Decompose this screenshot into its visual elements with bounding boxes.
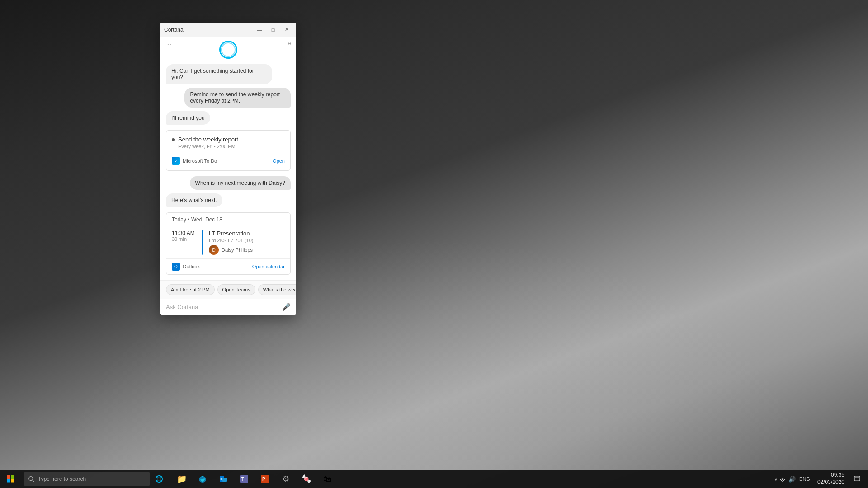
tray-time: 09:35 [817, 472, 844, 479]
suggestion-chip-2[interactable]: Open Teams [217, 284, 255, 295]
calendar-app-name: Outlook [183, 264, 200, 269]
hi-label: Hi [288, 41, 292, 46]
svg-text:O: O [220, 478, 222, 480]
tray-icons: 🔊 [779, 475, 796, 483]
taskbar-cortana-button[interactable] [150, 470, 168, 488]
attendee-avatar: D [209, 245, 219, 255]
taskbar-app-edge[interactable] [193, 470, 212, 488]
volume-icon: 🔊 [788, 476, 796, 483]
reminder-card-footer: ✓ Microsoft To Do Open [172, 153, 285, 165]
reminder-bullet [172, 138, 175, 141]
cortana-window: Cortana — □ ✕ ··· Hi Hi. Can I get somet… [160, 23, 296, 315]
calendar-card-footer: O Outlook Open calendar [166, 258, 290, 274]
quick-suggestions: Am I free at 2 PM Open Teams What's the … [160, 280, 296, 299]
taskbar-search-input[interactable] [38, 476, 137, 482]
reminder-app-info: ✓ Microsoft To Do [172, 157, 217, 165]
notification-center-button[interactable] [850, 470, 864, 488]
svg-rect-2 [7, 479, 10, 483]
taskbar-app-store[interactable]: 🛍 [317, 470, 337, 488]
reminder-app-name: Microsoft To Do [183, 158, 217, 164]
search-icon [28, 476, 34, 482]
svg-rect-1 [11, 475, 14, 479]
close-button[interactable]: ✕ [281, 24, 292, 36]
svg-rect-18 [854, 476, 860, 481]
event-location: Ltd 2KS L7 701 (10) [209, 238, 285, 243]
microphone-button[interactable]: 🎤 [282, 303, 291, 311]
desktop-background [0, 199, 868, 470]
notification-icon [854, 476, 860, 482]
powerpoint-icon: P [260, 474, 269, 483]
event-color-bar [202, 230, 203, 255]
taskbar-app-powerpoint[interactable]: P [255, 470, 275, 488]
cortana-body: ··· Hi Hi. Can I get something started f… [160, 37, 296, 315]
cortana-greeting-bubble: Hi. Can I get something started for you? [166, 64, 272, 84]
tray-expand-arrow[interactable]: ∧ [774, 477, 778, 482]
cortana-taskbar-icon [155, 475, 163, 483]
menu-dots-button[interactable]: ··· [164, 41, 173, 49]
taskbar-search[interactable] [24, 472, 150, 486]
taskbar: 📁 O T [0, 470, 868, 488]
cortana-reply-1: I'll remind you [166, 111, 210, 125]
svg-point-4 [29, 477, 33, 481]
calendar-card: Today • Wed, Dec 18 11:30 AM 30 min LT P… [166, 212, 291, 275]
svg-text:T: T [241, 477, 244, 482]
start-button[interactable] [0, 470, 22, 488]
calendar-date-header: Today • Wed, Dec 18 [166, 213, 290, 226]
tray-clock[interactable]: 09:35 02/03/2020 [814, 472, 848, 486]
svg-point-17 [782, 481, 783, 482]
calendar-app-info: O Outlook [172, 263, 200, 271]
window-controls: — □ ✕ [254, 24, 292, 36]
svg-line-5 [33, 480, 34, 482]
reminder-card: Send the weekly report Every week, Fri •… [166, 130, 291, 171]
taskbar-app-settings[interactable]: ⚙ [276, 470, 296, 488]
taskbar-app-candy[interactable]: 🍬 [297, 470, 316, 488]
chat-area[interactable]: Hi. Can I get something started for you?… [160, 61, 296, 280]
outlook-icon: O [172, 263, 180, 271]
svg-text:P: P [262, 477, 265, 482]
calendar-event: 11:30 AM 30 min LT Presentation Ltd 2KS … [166, 226, 290, 258]
taskbar-app-file-explorer[interactable]: 📁 [172, 470, 192, 488]
taskbar-apps: 📁 O T [172, 470, 337, 488]
cortana-input[interactable] [166, 304, 278, 310]
suggestion-chip-3[interactable]: What's the weath... [258, 284, 296, 295]
event-time-col: 11:30 AM 30 min [172, 230, 197, 255]
cortana-titlebar: Cortana — □ ✕ [160, 23, 296, 37]
svg-point-7 [157, 477, 161, 481]
event-title: LT Presentation [209, 230, 285, 237]
reminder-task: Send the weekly report [178, 136, 238, 143]
taskbar-app-outlook[interactable]: O [213, 470, 233, 488]
maximize-button[interactable]: □ [267, 24, 279, 36]
reminder-item: Send the weekly report Every week, Fri •… [172, 136, 285, 149]
svg-rect-0 [7, 475, 10, 479]
edge-icon [198, 474, 207, 483]
ms-todo-icon: ✓ [172, 157, 180, 165]
event-duration: 30 min [172, 236, 197, 242]
event-time: 11:30 AM [172, 230, 197, 236]
cortana-input-area: 🎤 [160, 299, 296, 315]
desktop: Cortana — □ ✕ ··· Hi Hi. Can I get somet… [0, 0, 868, 488]
svg-rect-11 [222, 478, 227, 482]
open-calendar-link[interactable]: Open calendar [252, 264, 285, 269]
cortana-window-title: Cortana [164, 27, 184, 33]
tray-language[interactable]: ENG [799, 476, 810, 482]
user-message-1: Remind me to send the weekly report ever… [184, 88, 291, 108]
cortana-reply-2: Here's what's next. [166, 193, 222, 207]
windows-logo-icon [7, 475, 14, 483]
suggestion-chip-1[interactable]: Am I free at 2 PM [166, 284, 215, 295]
event-attendee: D Daisy Philipps [209, 245, 285, 255]
outlook-taskbar-icon: O [219, 474, 228, 483]
user-message-2: When is my next meeting with Daisy? [190, 176, 291, 190]
taskbar-app-teams[interactable]: T [234, 470, 254, 488]
event-details: LT Presentation Ltd 2KS L7 701 (10) D Da… [209, 230, 285, 255]
taskbar-tray: ∧ 🔊 ENG 09:35 02/03/2020 [774, 470, 868, 488]
cortana-header: ··· Hi [160, 37, 296, 61]
teams-icon: T [240, 474, 249, 483]
cortana-circle-icon [219, 41, 237, 59]
attendee-name: Daisy Philipps [222, 247, 253, 253]
tray-date: 02/03/2020 [817, 479, 844, 486]
network-icon [779, 475, 786, 483]
svg-rect-3 [11, 479, 14, 483]
reminder-schedule: Every week, Fri • 2:00 PM [178, 144, 238, 149]
reminder-open-link[interactable]: Open [273, 158, 285, 164]
minimize-button[interactable]: — [254, 24, 265, 36]
